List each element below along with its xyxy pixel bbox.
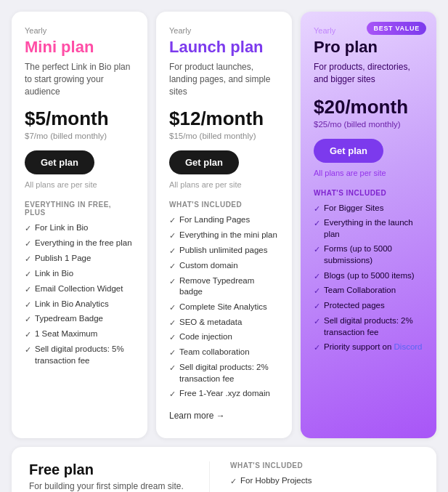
feature-item: ✓Publish 1 Page — [25, 253, 134, 265]
feature-item: ✓For Bigger Sites — [314, 203, 423, 214]
per-site-text: All plans are per site — [314, 169, 423, 177]
check-icon: ✓ — [314, 203, 320, 214]
feature-item: ✓SEO & metadata — [169, 317, 279, 328]
feature-text: Everything in the free plan — [35, 238, 132, 249]
feature-text: Team Collaboration — [324, 285, 396, 297]
feature-item: ✓Email Collection Widget — [25, 283, 134, 295]
feature-text: Complete Site Analytics — [179, 302, 267, 313]
check-icon: ✓ — [169, 230, 176, 241]
feature-item: ✓Everything in the mini plan — [169, 230, 279, 241]
check-icon: ✓ — [314, 316, 320, 327]
feature-item: ✓Blogs (up to 5000 items) — [314, 270, 423, 282]
check-icon: ✓ — [169, 215, 176, 226]
check-icon: ✓ — [169, 389, 176, 400]
free-plan-divider — [209, 461, 210, 492]
check-icon: ✓ — [169, 363, 176, 374]
feature-list: ✓For Bigger Sites✓Everything in the laun… — [314, 203, 423, 353]
free-plan-left: Free plan For building your first simple… — [29, 461, 189, 492]
check-icon: ✓ — [25, 344, 31, 355]
feature-text: For Hobby Projects — [240, 475, 311, 487]
feature-item: ✓Priority support on Discord — [314, 342, 423, 353]
feature-text: 1 Seat Maximum — [35, 328, 97, 340]
check-icon: ✓ — [314, 342, 320, 353]
plan-name: Mini plan — [25, 38, 134, 57]
plan-billed: $25/mo (billed monthly) — [314, 120, 423, 129]
feature-text: Sell digital products: 2% transaction fe… — [179, 362, 279, 384]
feature-text: Link in Bio Analytics — [35, 299, 109, 310]
feature-item: ✓Protected pages — [314, 300, 423, 312]
feature-item: ✓Sell digital products: 2% transaction f… — [314, 315, 423, 338]
check-icon: ✓ — [25, 329, 31, 340]
plan-card-mini: Yearly Mini plan The perfect Link in Bio… — [12, 12, 147, 438]
per-site-text: All plans are per site — [169, 180, 279, 189]
plan-price: $20/month — [314, 96, 423, 118]
plan-card-launch: Yearly Launch plan For product launches,… — [156, 12, 292, 438]
feature-item: ✓For Landing Pages — [169, 214, 279, 226]
feature-item: ✓Complete Site Analytics — [169, 302, 279, 313]
feature-item: ✓Link in Bio — [25, 268, 134, 280]
feature-text: Code injection — [179, 331, 232, 343]
feature-text: Remove Typedream badge — [179, 275, 279, 298]
feature-item: ✓Custom domain — [169, 260, 279, 272]
plan-name: Launch plan — [169, 38, 279, 57]
best-value-badge: BEST VALUE — [367, 22, 426, 35]
plan-desc: For product launches, landing pages, and… — [169, 61, 279, 97]
learn-more-link[interactable]: Learn more → — [169, 411, 225, 421]
check-icon: ✓ — [25, 314, 31, 325]
feature-item: ✓Publish unlimited pages — [169, 245, 279, 257]
feature-text: Protected pages — [324, 300, 385, 312]
feature-text: Sell digital products: 5% transaction fe… — [35, 344, 134, 366]
feature-text: Publish unlimited pages — [179, 245, 267, 257]
check-icon: ✓ — [169, 332, 176, 343]
feature-item: ✓Typedream Badge — [25, 313, 134, 325]
get-plan-button[interactable]: Get plan — [314, 139, 383, 163]
features-header: WHAT'S INCLUDED — [314, 189, 423, 197]
feature-text: Blogs (up to 5000 items) — [324, 270, 415, 282]
feature-text: For Landing Pages — [179, 214, 250, 226]
feature-text: Team collaboration — [179, 347, 250, 358]
check-icon: ✓ — [25, 299, 31, 310]
check-icon: ✓ — [314, 286, 320, 297]
free-feature-list: ✓For Hobby Projects✓Publish 1 page✓Link … — [230, 475, 419, 492]
feature-item: ✓Sell digital products: 5% transaction f… — [25, 344, 134, 366]
feature-text: Priority support on Discord — [324, 342, 423, 353]
check-icon: ✓ — [169, 347, 176, 358]
feature-item: ✓Remove Typedream badge — [169, 275, 279, 298]
feature-item: ✓Team collaboration — [169, 347, 279, 358]
plan-billed: $7/mo (billed monthly) — [25, 132, 134, 140]
get-plan-button[interactable]: Get plan — [25, 150, 94, 174]
feature-list: ✓For Link in Bio✓Everything in the free … — [25, 222, 134, 366]
per-site-text: All plans are per site — [25, 180, 134, 189]
feature-text: Forms (up to 5000 submissions) — [324, 243, 423, 266]
check-icon: ✓ — [169, 261, 176, 272]
feature-text: Email Collection Widget — [35, 283, 123, 295]
check-icon: ✓ — [25, 284, 31, 295]
feature-item: ✓Everything in the free plan — [25, 238, 134, 249]
feature-item: ✓Code injection — [169, 331, 279, 343]
check-icon: ✓ — [169, 246, 176, 257]
get-plan-button[interactable]: Get plan — [169, 150, 239, 174]
plan-desc: For products, directories, and bigger si… — [314, 61, 423, 86]
free-features-header: WHAT'S INCLUDED — [230, 461, 419, 469]
feature-item: ✓Team Collaboration — [314, 285, 423, 297]
feature-item: ✓Link in Bio Analytics — [25, 299, 134, 310]
check-icon: ✓ — [25, 254, 31, 265]
feature-text: For Link in Bio — [35, 222, 89, 234]
check-icon: ✓ — [25, 238, 31, 249]
check-icon: ✓ — [169, 302, 176, 313]
check-icon: ✓ — [314, 244, 320, 255]
feature-text: Sell digital products: 2% transaction fe… — [324, 315, 423, 338]
feature-text: Everything in the mini plan — [179, 230, 277, 241]
feature-item: ✓Free 1-Year .xyz domain — [169, 388, 279, 400]
free-plan-name: Free plan — [29, 461, 189, 478]
discord-link[interactable]: Discord — [394, 342, 423, 351]
plan-name: Pro plan — [314, 38, 423, 57]
plan-price: $5/month — [25, 108, 134, 130]
feature-text: Link in Bio — [35, 268, 73, 280]
feature-text: Typedream Badge — [35, 313, 103, 325]
feature-text: Custom domain — [179, 260, 238, 272]
feature-item: ✓Forms (up to 5000 submissions) — [314, 243, 423, 266]
check-icon: ✓ — [25, 269, 31, 280]
check-icon: ✓ — [169, 276, 176, 287]
feature-text: Publish 1 Page — [35, 253, 91, 265]
